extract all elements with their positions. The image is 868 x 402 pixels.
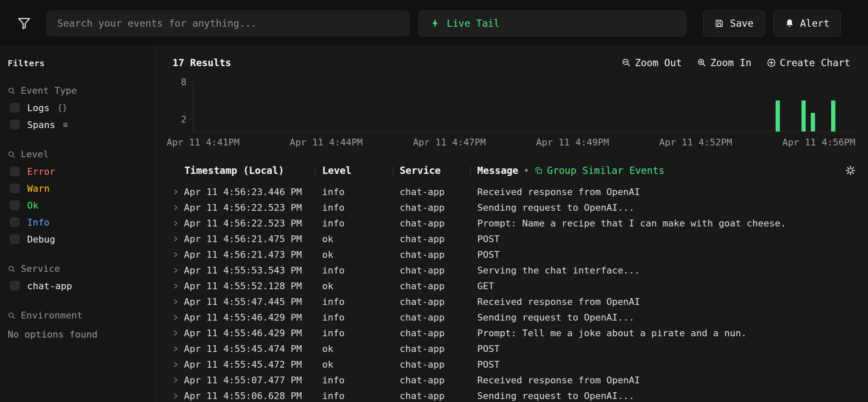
row-expand-chevron-icon[interactable] [172,330,179,336]
row-message: POST [469,234,860,244]
row-expand-chevron-icon[interactable] [172,314,179,321]
bell-icon [785,19,794,28]
table-row[interactable]: Apr 11 4:56:22.523 PMinfochat-appPrompt:… [155,215,868,231]
filter-group-header[interactable]: Event Type [8,85,146,97]
row-expand-chevron-icon[interactable] [172,346,179,352]
filter-option-label: Debug [27,234,55,245]
table-row[interactable]: Apr 11 4:55:52.128 PMokchat-appGET [155,278,868,294]
table-row[interactable]: Apr 11 4:55:46.429 PMinfochat-appPrompt:… [155,325,868,341]
zoom-in-button[interactable]: Zoom In [697,57,751,68]
row-service: chat-app [391,296,469,307]
checkbox[interactable] [10,234,19,244]
table-row[interactable]: Apr 11 4:55:53.543 PMinfochat-appServing… [155,262,868,278]
table-row[interactable]: Apr 11 4:56:21.475 PMokchat-appPOST [155,231,868,247]
filter-funnel-button[interactable] [14,14,33,33]
filter-option-chat-app[interactable]: chat-app [8,278,146,293]
chart-x-tick-label: Apr 11 4:49PM [536,137,609,148]
column-separator[interactable]: ⋮ [389,165,397,176]
filter-option-label: Info [27,217,50,228]
checkbox[interactable] [10,201,19,210]
save-button[interactable]: Save [703,10,765,36]
create-chart-label: Create Chart [780,57,850,68]
zoom-out-icon [622,58,631,67]
table-row[interactable]: Apr 11 4:56:23.446 PMinfochat-appReceive… [155,184,868,200]
column-header-timestamp[interactable]: Timestamp (Local) [172,165,314,176]
row-expand-chevron-icon[interactable] [172,393,179,399]
row-service: chat-app [391,343,469,354]
filter-option-info[interactable]: Info [8,215,146,230]
group-similar-events-button[interactable]: Group Similar Events [534,165,665,176]
checkbox[interactable] [10,218,19,227]
row-expand-chevron-icon[interactable] [172,204,179,211]
chart-bar[interactable] [831,100,835,131]
chart-bar[interactable] [776,100,780,131]
table-row[interactable]: Apr 11 4:56:22.523 PMinfochat-appSending… [155,200,868,215]
row-timestamp: Apr 11 4:56:22.523 PM [184,218,302,229]
filter-option-label: chat-app [27,281,72,291]
checkbox[interactable] [10,281,19,290]
row-service: chat-app [391,187,469,197]
zoom-out-button[interactable]: Zoom Out [622,57,682,68]
table-row[interactable]: Apr 11 4:55:47.445 PMinfochat-appReceive… [155,294,868,310]
chart-bar[interactable] [801,100,806,131]
checkbox[interactable] [10,167,19,176]
row-message: Received response from OpenAI [469,296,860,307]
column-separator[interactable]: ⋮ [466,165,475,176]
search-input[interactable] [46,10,410,36]
row-timestamp: Apr 11 4:56:21.475 PM [184,234,302,244]
table-row[interactable]: Apr 11 4:56:21.473 PMokchat-appPOST [155,247,868,262]
row-timestamp: Apr 11 4:55:45.474 PM [184,343,302,354]
filter-option-logs[interactable]: Logs{} [8,100,146,115]
filter-option-spans[interactable]: Spans≡ [8,117,146,132]
checkbox[interactable] [10,184,19,193]
chart-toolbar: Zoom Out Zoom In Create Chart [622,57,850,68]
filter-group-header[interactable]: Level [8,148,146,160]
row-service: chat-app [391,359,469,370]
filter-option-ok[interactable]: Ok [8,198,146,213]
filter-option-label: Error [27,166,55,177]
row-timestamp: Apr 11 4:55:47.445 PM [184,296,302,307]
row-message: Received response from OpenAI [469,187,860,197]
row-expand-chevron-icon[interactable] [172,236,179,242]
row-expand-chevron-icon[interactable] [172,189,179,195]
row-expand-chevron-icon[interactable] [172,267,179,274]
filter-option-error[interactable]: Error [8,164,146,179]
filter-option-debug[interactable]: Debug [8,232,146,247]
table-row[interactable]: Apr 11 4:55:46.429 PMinfochat-appSending… [155,310,868,325]
alert-button[interactable]: Alert [773,10,841,36]
create-chart-button[interactable]: Create Chart [767,57,850,68]
row-expand-chevron-icon[interactable] [172,377,179,383]
chart-bar[interactable] [811,113,815,131]
row-message: Sending request to OpenAI... [469,202,860,213]
table-row[interactable]: Apr 11 4:55:45.474 PMokchat-appPOST [155,341,868,357]
filter-group-header[interactable]: Environment [8,310,146,321]
column-header-level[interactable]: ⋮ Level [314,165,391,176]
row-service: chat-app [391,312,469,323]
search-icon [8,87,16,95]
row-message: Prompt: Tell me a joke about a pirate an… [469,328,860,338]
table-row[interactable]: Apr 11 4:55:45.472 PMokchat-appPOST [155,357,868,372]
row-service: chat-app [391,234,469,244]
row-expand-chevron-icon[interactable] [172,361,179,368]
live-tail-button[interactable]: Live Tail [418,10,686,36]
row-level: info [314,265,391,276]
column-header-service[interactable]: ⋮ Service [391,165,469,176]
column-separator[interactable]: ⋮ [311,165,320,176]
row-expand-chevron-icon[interactable] [172,220,179,226]
row-expand-chevron-icon[interactable] [172,299,179,305]
group-copy-icon [534,166,543,175]
live-tail-label: Live Tail [447,18,500,29]
no-options-message: No options found [8,329,146,340]
row-expand-chevron-icon[interactable] [172,251,179,258]
checkbox[interactable] [10,103,19,112]
row-service: chat-app [391,391,469,401]
table-settings-button[interactable] [846,166,855,176]
row-expand-chevron-icon[interactable] [172,283,179,289]
table-row[interactable]: Apr 11 4:55:06.628 PMinfochat-appSending… [155,388,868,402]
checkbox[interactable] [10,120,19,129]
table-row[interactable]: Apr 11 4:55:07.477 PMinfochat-appReceive… [155,372,868,388]
message-header-label[interactable]: Message [477,165,518,176]
filter-option-warn[interactable]: Warn [8,181,146,196]
search-icon [8,312,16,320]
filter-group-header[interactable]: Service [8,263,146,275]
